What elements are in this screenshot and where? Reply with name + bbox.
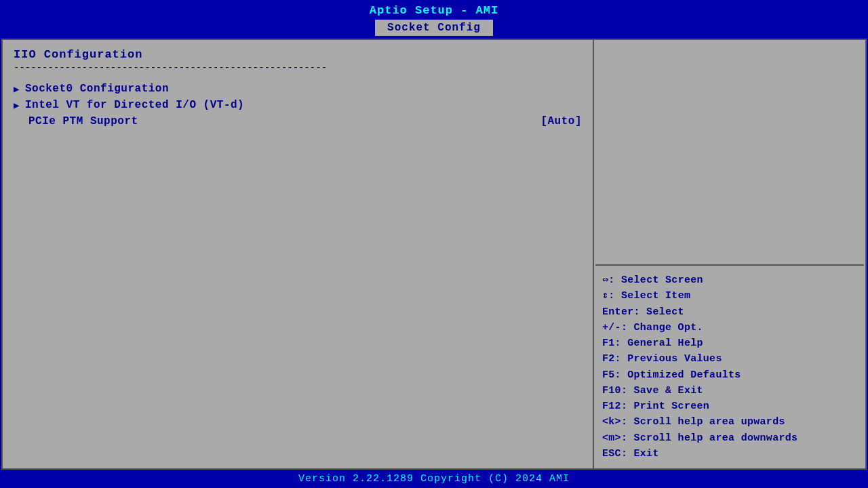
key-f2-prev: F2: Previous Values <box>602 351 857 367</box>
app: Aptio Setup - AMI Socket Config IIO Conf… <box>0 0 868 488</box>
active-tab[interactable]: Socket Config <box>375 20 493 36</box>
key-f10-save: F10: Save & Exit <box>602 383 857 399</box>
bottom-bar: Version 2.22.1289 Copyright (C) 2024 AMI <box>0 470 868 488</box>
left-panel: IIO Configuration ----------------------… <box>3 40 594 468</box>
title-bar: Aptio Setup - AMI <box>0 0 868 20</box>
arrow-icon-vt-d: ▶ <box>14 100 20 111</box>
menu-item-vt-d-label: Intel VT for Directed I/O (VT-d) <box>25 99 244 111</box>
arrow-icon-socket0: ▶ <box>14 83 20 95</box>
key-f1-help: F1: General Help <box>602 336 857 351</box>
version-text: Version 2.22.1289 Copyright (C) 2024 AMI <box>298 473 570 485</box>
key-f12-print: F12: Print Screen <box>602 399 857 414</box>
key-change-opt: +/-: Change Opt. <box>602 320 857 336</box>
main-content: IIO Configuration ----------------------… <box>1 39 867 470</box>
key-select-item: ⇕: Select Item <box>602 288 857 304</box>
key-esc-exit: ESC: Exit <box>602 446 857 462</box>
key-help: ⇔: Select Screen ⇕: Select Item Enter: S… <box>594 266 865 468</box>
key-k-scroll-up: <k>: Scroll help area upwards <box>602 414 857 430</box>
menu-item-pcie-ptm-value: [Auto] <box>540 115 582 127</box>
key-f5-defaults: F5: Optimized Defaults <box>602 367 857 383</box>
key-select-screen: ⇔: Select Screen <box>602 272 857 288</box>
app-title: Aptio Setup - AMI <box>370 4 498 17</box>
tab-bar: Socket Config <box>0 20 868 39</box>
key-enter-select: Enter: Select <box>602 304 857 320</box>
section-divider: ----------------------------------------… <box>14 62 582 73</box>
help-area <box>594 40 865 264</box>
menu-item-vt-d[interactable]: ▶ Intel VT for Directed I/O (VT-d) <box>14 99 582 111</box>
menu-item-socket0[interactable]: ▶ Socket0 Configuration <box>14 83 582 95</box>
menu-item-pcie-ptm[interactable]: PCIe PTM Support [Auto] <box>14 115 582 127</box>
section-title: IIO Configuration <box>14 48 582 61</box>
key-m-scroll-down: <m>: Scroll help area downwards <box>602 430 857 446</box>
right-panel: ⇔: Select Screen ⇕: Select Item Enter: S… <box>594 40 865 468</box>
menu-item-pcie-ptm-label: PCIe PTM Support <box>28 115 138 127</box>
menu-item-socket0-label: Socket0 Configuration <box>25 83 169 95</box>
